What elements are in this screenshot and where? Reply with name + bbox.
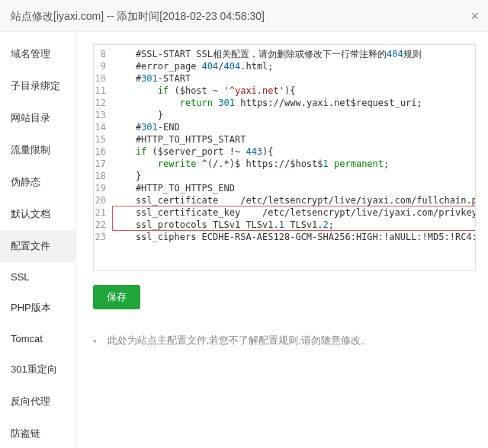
sidebar-item[interactable]: 301重定向 bbox=[0, 354, 75, 386]
sidebar-item[interactable]: SSL bbox=[0, 262, 75, 292]
sidebar-item[interactable]: PHP版本 bbox=[0, 292, 75, 324]
config-editor[interactable]: 891011121314151617181920212223 #SSL-STAR… bbox=[93, 44, 476, 271]
bullet-icon: ● bbox=[93, 338, 97, 344]
hint-text: 此处为站点主配置文件,若您不了解配置规则,请勿随意修改。 bbox=[108, 334, 371, 347]
save-button[interactable]: 保存 bbox=[93, 285, 140, 309]
sidebar-item[interactable]: 子目录绑定 bbox=[0, 70, 75, 102]
sidebar-item[interactable]: 反向代理 bbox=[0, 386, 75, 418]
sidebar-item[interactable]: 配置文件 bbox=[0, 230, 75, 262]
sidebar-item[interactable]: Tomcat bbox=[0, 324, 75, 354]
window-title: 站点修改[iyaxi.com] -- 添加时间[2018-02-23 04:58… bbox=[11, 10, 265, 22]
sidebar-item[interactable]: 网站目录 bbox=[0, 102, 75, 134]
window-titlebar: 站点修改[iyaxi.com] -- 添加时间[2018-02-23 04:58… bbox=[0, 0, 488, 32]
editor-code[interactable]: #SSL-START SSL相关配置，请勿删除或修改下一行带注释的404规则 #… bbox=[111, 45, 475, 246]
sidebar-item[interactable]: 域名管理 bbox=[0, 38, 75, 70]
main-panel: 891011121314151617181920212223 #SSL-STAR… bbox=[76, 32, 488, 448]
hint-row: ● 此处为站点主配置文件,若您不了解配置规则,请勿随意修改。 bbox=[93, 334, 476, 347]
sidebar-item[interactable]: 防盗链 bbox=[0, 418, 75, 448]
dialog-body: 域名管理子目录绑定网站目录流量限制伪静态默认文档配置文件SSLPHP版本Tomc… bbox=[0, 32, 488, 448]
editor-gutter: 891011121314151617181920212223 bbox=[94, 45, 111, 246]
sidebar-item[interactable]: 流量限制 bbox=[0, 134, 75, 166]
sidebar-item[interactable]: 伪静态 bbox=[0, 166, 75, 198]
close-icon[interactable]: × bbox=[470, 0, 479, 32]
sidebar: 域名管理子目录绑定网站目录流量限制伪静态默认文档配置文件SSLPHP版本Tomc… bbox=[0, 32, 76, 448]
sidebar-item[interactable]: 默认文档 bbox=[0, 198, 75, 230]
